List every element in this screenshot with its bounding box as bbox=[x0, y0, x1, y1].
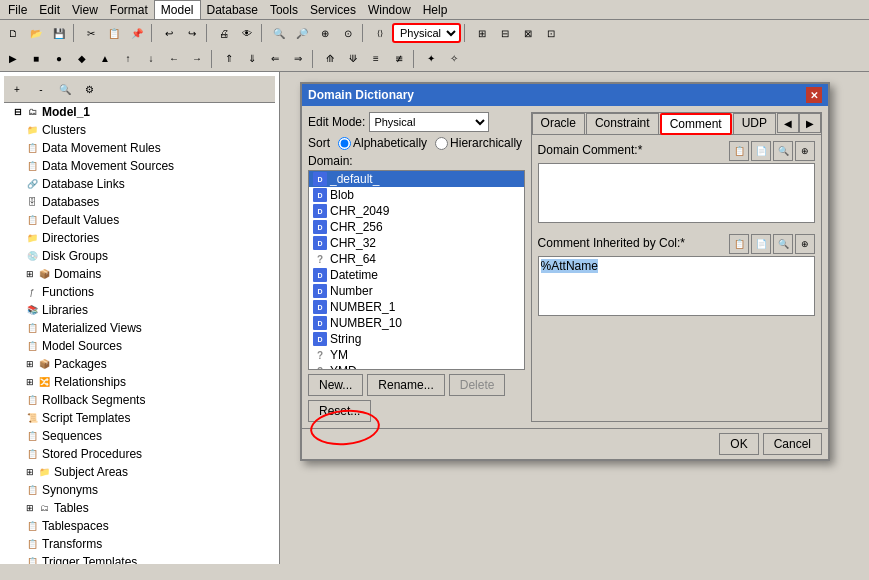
r2-5[interactable]: ▲ bbox=[94, 48, 116, 70]
r2-16[interactable]: ≡ bbox=[365, 48, 387, 70]
domain-item-datetime[interactable]: D Datetime bbox=[309, 267, 524, 283]
menu-database[interactable]: Database bbox=[201, 1, 264, 19]
preview-btn[interactable]: 👁 bbox=[236, 22, 258, 44]
r2-7[interactable]: ↓ bbox=[140, 48, 162, 70]
save-btn[interactable]: 💾 bbox=[48, 22, 70, 44]
t3[interactable]: ⊠ bbox=[517, 22, 539, 44]
tree-subject-areas[interactable]: ⊞ 📁 Subject Areas bbox=[4, 463, 275, 481]
tree-btn1[interactable]: + bbox=[6, 78, 28, 100]
zoom-in[interactable]: 🔍 bbox=[268, 22, 290, 44]
tree-tablespaces[interactable]: 📋 Tablespaces bbox=[4, 517, 275, 535]
tab-udp[interactable]: UDP bbox=[733, 113, 776, 134]
tree-packages[interactable]: ⊞ 📦 Packages bbox=[4, 355, 275, 373]
tree-default-values[interactable]: 📋 Default Values bbox=[4, 211, 275, 229]
tree-rollback-segments[interactable]: 📋 Rollback Segments bbox=[4, 391, 275, 409]
physical-dropdown[interactable]: Physical Logical bbox=[392, 23, 461, 43]
inherited-btn3[interactable]: 🔍 bbox=[773, 234, 793, 254]
t4[interactable]: ⊡ bbox=[540, 22, 562, 44]
print-btn[interactable]: 🖨 bbox=[213, 22, 235, 44]
domain-item-blob[interactable]: D Blob bbox=[309, 187, 524, 203]
domain-item-chr2049[interactable]: D CHR_2049 bbox=[309, 203, 524, 219]
t2[interactable]: ⊟ bbox=[494, 22, 516, 44]
new-btn[interactable]: 🗋 bbox=[2, 22, 24, 44]
paste-btn[interactable]: 📌 bbox=[126, 22, 148, 44]
domain-item-number10[interactable]: D NUMBER_10 bbox=[309, 315, 524, 331]
r2-10[interactable]: ⇑ bbox=[218, 48, 240, 70]
comment-btn1[interactable]: 📋 bbox=[729, 141, 749, 161]
tbl-expand[interactable]: ⊞ bbox=[24, 503, 36, 513]
sort-hier-radio[interactable] bbox=[435, 137, 448, 150]
domain-list[interactable]: D _default_ D Blob D CHR_2049 D bbox=[308, 170, 525, 370]
r2-2[interactable]: ■ bbox=[25, 48, 47, 70]
cancel-button[interactable]: Cancel bbox=[763, 433, 822, 455]
menu-format[interactable]: Format bbox=[104, 1, 154, 19]
tree-trigger-templates[interactable]: 📋 Trigger Templates bbox=[4, 553, 275, 564]
tree-directories[interactable]: 📁 Directories bbox=[4, 229, 275, 247]
zoom-reset[interactable]: ⊙ bbox=[337, 22, 359, 44]
tab-constraint[interactable]: Constraint bbox=[586, 113, 659, 134]
zoom-out[interactable]: 🔎 bbox=[291, 22, 313, 44]
dialog-close-button[interactable]: ✕ bbox=[806, 87, 822, 103]
comment-btn4[interactable]: ⊕ bbox=[795, 141, 815, 161]
copy-btn[interactable]: 📋 bbox=[103, 22, 125, 44]
tree-btn3[interactable]: 🔍 bbox=[54, 78, 76, 100]
domain-item-number1[interactable]: D NUMBER_1 bbox=[309, 299, 524, 315]
r2-12[interactable]: ⇐ bbox=[264, 48, 286, 70]
model-type-btn[interactable]: ⟨⟩ bbox=[369, 22, 391, 44]
open-btn[interactable]: 📂 bbox=[25, 22, 47, 44]
tab-scroll-right[interactable]: ▶ bbox=[799, 113, 821, 133]
domain-item-chr64[interactable]: ? CHR_64 bbox=[309, 251, 524, 267]
domain-item-ym[interactable]: ? YM bbox=[309, 347, 524, 363]
reset-button[interactable]: Reset... bbox=[308, 400, 371, 422]
tree-domains[interactable]: ⊞ 📦 Domains bbox=[4, 265, 275, 283]
new-button[interactable]: New... bbox=[308, 374, 363, 396]
root-expand[interactable]: ⊟ bbox=[12, 107, 24, 117]
inherited-btn1[interactable]: 📋 bbox=[729, 234, 749, 254]
domains-expand[interactable]: ⊞ bbox=[24, 269, 36, 279]
r2-19[interactable]: ✧ bbox=[443, 48, 465, 70]
tree-databases[interactable]: 🗄 Databases bbox=[4, 193, 275, 211]
domain-item-ymd[interactable]: ? YMD bbox=[309, 363, 524, 370]
r2-18[interactable]: ✦ bbox=[420, 48, 442, 70]
r2-17[interactable]: ≢ bbox=[388, 48, 410, 70]
r2-3[interactable]: ● bbox=[48, 48, 70, 70]
r2-6[interactable]: ↑ bbox=[117, 48, 139, 70]
tree-libraries[interactable]: 📚 Libraries bbox=[4, 301, 275, 319]
domain-item-chr32[interactable]: D CHR_32 bbox=[309, 235, 524, 251]
tree-relationships[interactable]: ⊞ 🔀 Relationships bbox=[4, 373, 275, 391]
tab-oracle[interactable]: Oracle bbox=[532, 113, 585, 134]
tree-root[interactable]: ⊟ 🗂 Model_1 bbox=[4, 103, 275, 121]
tree-script-templates[interactable]: 📜 Script Templates bbox=[4, 409, 275, 427]
r2-1[interactable]: ▶ bbox=[2, 48, 24, 70]
domain-item-chr256[interactable]: D CHR_256 bbox=[309, 219, 524, 235]
sort-alpha-label[interactable]: Alphabetically bbox=[338, 136, 427, 150]
menu-view[interactable]: View bbox=[66, 1, 104, 19]
comment-btn3[interactable]: 🔍 bbox=[773, 141, 793, 161]
delete-button[interactable]: Delete bbox=[449, 374, 506, 396]
undo-btn[interactable]: ↩ bbox=[158, 22, 180, 44]
tree-data-movement-rules[interactable]: 📋 Data Movement Rules bbox=[4, 139, 275, 157]
tree-disk-groups[interactable]: 💿 Disk Groups bbox=[4, 247, 275, 265]
r2-9[interactable]: → bbox=[186, 48, 208, 70]
menu-file[interactable]: File bbox=[2, 1, 33, 19]
packages-expand[interactable]: ⊞ bbox=[24, 359, 36, 369]
tree-transforms[interactable]: 📋 Transforms bbox=[4, 535, 275, 553]
r2-4[interactable]: ◆ bbox=[71, 48, 93, 70]
tree-database-links[interactable]: 🔗 Database Links bbox=[4, 175, 275, 193]
inherited-btn4[interactable]: ⊕ bbox=[795, 234, 815, 254]
inherited-btn2[interactable]: 📄 bbox=[751, 234, 771, 254]
menu-model[interactable]: Model bbox=[154, 0, 201, 20]
menu-services[interactable]: Services bbox=[304, 1, 362, 19]
ok-button[interactable]: OK bbox=[719, 433, 758, 455]
tree-stored-procedures[interactable]: 📋 Stored Procedures bbox=[4, 445, 275, 463]
tree-clusters[interactable]: 📁 Clusters bbox=[4, 121, 275, 139]
tree-sequences[interactable]: 📋 Sequences bbox=[4, 427, 275, 445]
sort-hier-label[interactable]: Hierarchically bbox=[435, 136, 522, 150]
comment-inherited-textarea-wrapper[interactable]: %AttName bbox=[538, 256, 815, 316]
r2-15[interactable]: ⟱ bbox=[342, 48, 364, 70]
rel-expand[interactable]: ⊞ bbox=[24, 377, 36, 387]
physical-select[interactable]: Physical Logical bbox=[394, 24, 459, 42]
menu-window[interactable]: Window bbox=[362, 1, 417, 19]
tree-btn2[interactable]: - bbox=[30, 78, 52, 100]
zoom-fit[interactable]: ⊕ bbox=[314, 22, 336, 44]
